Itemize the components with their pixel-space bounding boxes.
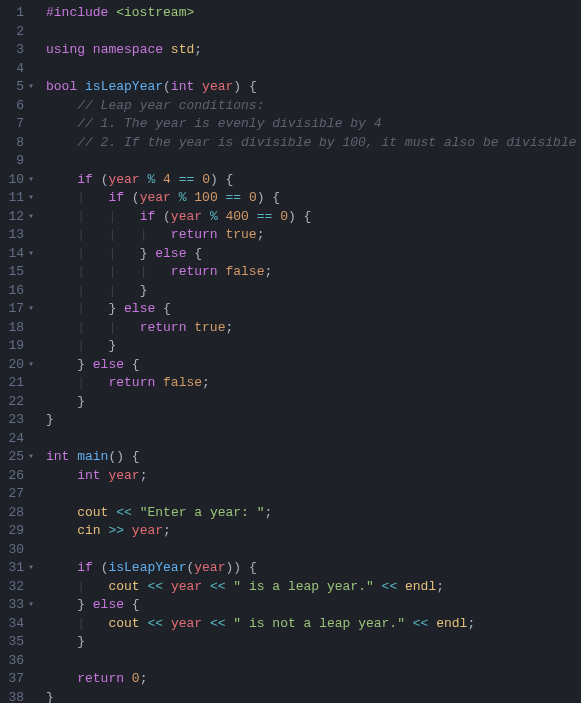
- token-punc: [155, 375, 163, 390]
- code-line[interactable]: return 0;: [46, 670, 581, 689]
- code-line[interactable]: | } else {: [46, 300, 581, 319]
- token-op: >>: [108, 523, 124, 538]
- token-kw: return: [108, 375, 155, 390]
- token-punc: ;: [436, 579, 444, 594]
- fold-icon[interactable]: ▾: [28, 300, 34, 319]
- fold-icon[interactable]: ▾: [28, 448, 34, 467]
- code-line[interactable]: | | if (year % 400 == 0) {: [46, 208, 581, 227]
- code-line[interactable]: if (year % 4 == 0) {: [46, 171, 581, 190]
- token-punc: ;: [194, 42, 202, 57]
- fold-icon[interactable]: ▾: [28, 78, 34, 97]
- code-line[interactable]: | cout << year << " is a leap year." << …: [46, 578, 581, 597]
- token-kw: namespace: [93, 42, 163, 57]
- code-line[interactable]: }: [46, 393, 581, 412]
- code-line[interactable]: cin >> year;: [46, 522, 581, 541]
- code-line[interactable]: }: [46, 411, 581, 430]
- token-punc: ) {: [233, 79, 256, 94]
- token-kw: using: [46, 42, 85, 57]
- token-guide: | |: [77, 283, 139, 298]
- token-punc: ;: [265, 505, 273, 520]
- code-line[interactable]: // 1. The year is evenly divisible by 4: [46, 115, 581, 134]
- line-number: 4: [4, 60, 24, 79]
- code-line[interactable]: | | return true;: [46, 319, 581, 338]
- token-punc: [241, 190, 249, 205]
- token-op: ==: [257, 209, 273, 224]
- token-punc: [374, 579, 382, 594]
- token-punc: [202, 579, 210, 594]
- code-line[interactable]: using namespace std;: [46, 41, 581, 60]
- code-line[interactable]: cout << "Enter a year: ";: [46, 504, 581, 523]
- fold-icon[interactable]: ▾: [28, 189, 34, 208]
- token-punc: [46, 116, 77, 131]
- code-line[interactable]: int year;: [46, 467, 581, 486]
- fold-icon[interactable]: ▾: [28, 245, 34, 264]
- token-punc: [46, 246, 77, 261]
- token-var: year: [171, 616, 202, 631]
- line-number: 13: [4, 226, 24, 245]
- fold-icon[interactable]: ▾: [28, 596, 34, 615]
- token-op: <<: [210, 579, 226, 594]
- token-punc: ;: [225, 320, 233, 335]
- code-line[interactable]: [46, 541, 581, 560]
- code-line[interactable]: [46, 652, 581, 671]
- code-line[interactable]: bool isLeapYear(int year) {: [46, 78, 581, 97]
- token-punc: [163, 42, 171, 57]
- token-guide: |: [77, 375, 108, 390]
- line-number: 16: [4, 282, 24, 301]
- token-bool: true: [225, 227, 256, 242]
- code-line[interactable]: // 2. If the year is divisible by 100, i…: [46, 134, 581, 153]
- code-line[interactable]: | | | return true;: [46, 226, 581, 245]
- line-number: 23: [4, 411, 24, 430]
- token-punc: {: [124, 357, 140, 372]
- code-line[interactable]: [46, 485, 581, 504]
- code-line[interactable]: | | }: [46, 282, 581, 301]
- token-punc: [46, 579, 77, 594]
- line-number: 1: [4, 4, 24, 23]
- code-line[interactable]: if (isLeapYear(year)) {: [46, 559, 581, 578]
- code-line[interactable]: }: [46, 689, 581, 704]
- token-guide: | |: [77, 209, 139, 224]
- fold-icon[interactable]: ▾: [28, 208, 34, 227]
- token-guide: | | |: [77, 264, 171, 279]
- code-line[interactable]: } else {: [46, 356, 581, 375]
- line-number: 27: [4, 485, 24, 504]
- code-line[interactable]: [46, 60, 581, 79]
- token-guide: |: [77, 579, 108, 594]
- code-line[interactable]: int main() {: [46, 448, 581, 467]
- token-ns: std: [171, 42, 194, 57]
- code-line[interactable]: | | | return false;: [46, 263, 581, 282]
- code-line[interactable]: [46, 23, 581, 42]
- token-punc: [46, 135, 77, 150]
- line-number: 37: [4, 670, 24, 689]
- code-line[interactable]: } else {: [46, 596, 581, 615]
- code-line[interactable]: [46, 430, 581, 449]
- code-line[interactable]: | cout << year << " is not a leap year."…: [46, 615, 581, 634]
- line-number: 18: [4, 319, 24, 338]
- code-area[interactable]: #include <iostream>using namespace std;b…: [32, 0, 581, 703]
- token-fn: isLeapYear: [85, 79, 163, 94]
- code-line[interactable]: | return false;: [46, 374, 581, 393]
- token-punc: }: [46, 412, 54, 427]
- token-punc: (: [124, 190, 140, 205]
- token-punc: [46, 320, 77, 335]
- token-punc: ) {: [210, 172, 233, 187]
- token-punc: }: [46, 394, 85, 409]
- fold-icon[interactable]: ▾: [28, 356, 34, 375]
- line-number: 32: [4, 578, 24, 597]
- token-punc: [171, 190, 179, 205]
- token-punc: }: [140, 283, 148, 298]
- code-line[interactable]: | if (year % 100 == 0) {: [46, 189, 581, 208]
- fold-icon[interactable]: ▾: [28, 171, 34, 190]
- token-op: ==: [179, 172, 195, 187]
- code-line[interactable]: [46, 152, 581, 171]
- token-punc: [194, 79, 202, 94]
- token-guide: |: [77, 616, 108, 631]
- token-punc: [46, 671, 77, 686]
- fold-icon[interactable]: ▾: [28, 559, 34, 578]
- code-line[interactable]: #include <iostream>: [46, 4, 581, 23]
- code-line[interactable]: // Leap year conditions:: [46, 97, 581, 116]
- code-line[interactable]: }: [46, 633, 581, 652]
- code-line[interactable]: | }: [46, 337, 581, 356]
- token-punc: ;: [264, 264, 272, 279]
- code-line[interactable]: | | } else {: [46, 245, 581, 264]
